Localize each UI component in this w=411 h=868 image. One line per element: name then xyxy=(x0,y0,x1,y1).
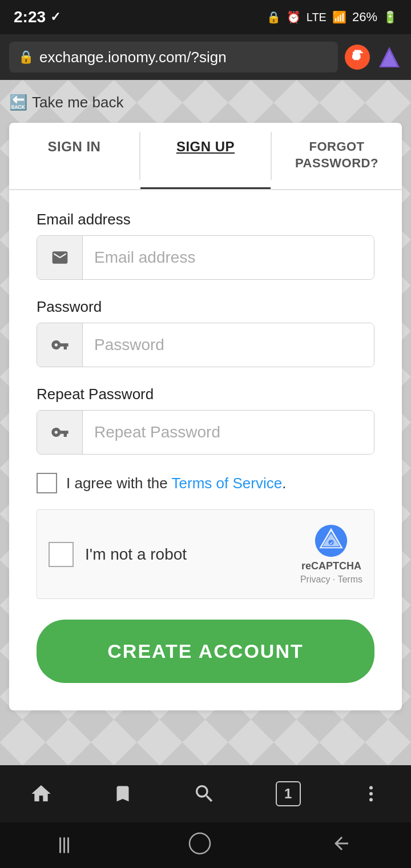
email-icon xyxy=(51,248,69,267)
terms-checkbox[interactable] xyxy=(37,473,57,493)
system-back-arrow-icon xyxy=(331,833,352,854)
email-label: Email address xyxy=(37,211,374,228)
search-nav-button[interactable] xyxy=(193,782,216,805)
battery-icon: 🔋 xyxy=(383,10,397,24)
key-icon xyxy=(51,336,69,354)
sync-icon: ✓ xyxy=(50,10,61,25)
sd-icon: 🔒 xyxy=(267,10,281,24)
system-home-button[interactable] xyxy=(187,831,212,860)
bookmark-nav-button[interactable] xyxy=(112,782,133,805)
recaptcha-right: ✓ reCAPTCHA Privacy · Terms xyxy=(300,524,362,585)
recaptcha-checkbox[interactable] xyxy=(49,542,74,567)
browser-bar: 🔒 exchange.ionomy.com/?sign xyxy=(0,34,411,80)
lock-icon: 🔒 xyxy=(18,50,34,65)
bookmark-nav-icon xyxy=(112,782,133,805)
prism-logo xyxy=(378,46,401,69)
recaptcha-box[interactable]: I'm not a robot ✓ reCAPTCHA Privacy · Te… xyxy=(37,509,374,599)
recaptcha-logo-icon: ✓ xyxy=(314,524,348,558)
tab-forgot[interactable]: FORGOT PASSWORD? xyxy=(272,123,402,189)
lte-icon: LTE xyxy=(307,11,327,24)
repeat-key-icon xyxy=(51,423,69,441)
system-menu-button[interactable] xyxy=(59,837,69,853)
terms-link[interactable]: Terms of Service xyxy=(172,475,283,492)
page-content: 🔙 Take me back SIGN IN SIGN UP FORGOT PA… xyxy=(0,80,411,765)
status-icons: 🔒 ⏰ LTE 📶 26% 🔋 xyxy=(267,10,397,25)
svg-point-6 xyxy=(369,792,373,795)
email-input[interactable] xyxy=(83,236,374,279)
password-input[interactable] xyxy=(83,323,374,367)
home-nav-icon xyxy=(30,782,53,805)
system-back-button[interactable] xyxy=(331,833,352,858)
url-bar[interactable]: 🔒 exchange.ionomy.com/?sign xyxy=(9,42,338,73)
password-input-group xyxy=(37,323,374,367)
recaptcha-policy-links: Privacy · Terms xyxy=(300,574,362,585)
svg-point-7 xyxy=(369,798,373,802)
prism-icon[interactable] xyxy=(377,45,402,70)
tab-signup[interactable]: SIGN UP xyxy=(140,123,271,189)
back-arrow-icon: 🔙 xyxy=(9,94,27,111)
svg-text:✓: ✓ xyxy=(329,541,333,546)
menu-nav-button[interactable] xyxy=(361,782,381,805)
tab-count-button[interactable]: 1 xyxy=(276,781,301,806)
recaptcha-label: I'm not a robot xyxy=(85,545,187,564)
system-nav-bar xyxy=(0,822,411,868)
svg-point-8 xyxy=(190,833,210,854)
signup-form: Email address Password xyxy=(9,190,402,710)
back-link[interactable]: 🔙 Take me back xyxy=(9,94,402,111)
status-bar: 2:23 ✓ 🔒 ⏰ LTE 📶 26% 🔋 xyxy=(0,0,411,34)
recaptcha-left: I'm not a robot xyxy=(49,542,187,567)
repeat-password-icon-box xyxy=(37,411,83,454)
bottom-nav-bar: 1 xyxy=(0,765,411,822)
terms-row: I agree with the Terms of Service. xyxy=(37,473,374,493)
more-menu-icon xyxy=(361,782,381,805)
signal-icon: 📶 xyxy=(332,10,346,24)
url-text: exchange.ionomy.com/?sign xyxy=(39,49,329,66)
recaptcha-brand: reCAPTCHA xyxy=(301,560,361,572)
time-display: 2:23 xyxy=(14,8,46,26)
repeat-password-label: Repeat Password xyxy=(37,385,374,403)
brave-logo xyxy=(349,49,365,65)
home-nav-button[interactable] xyxy=(30,782,53,805)
password-icon-box xyxy=(37,323,83,367)
brave-browser-icon[interactable] xyxy=(345,45,370,70)
auth-card: SIGN IN SIGN UP FORGOT PASSWORD? Email a… xyxy=(9,123,402,710)
svg-point-5 xyxy=(369,786,373,790)
password-label: Password xyxy=(37,298,374,316)
alarm-icon: ⏰ xyxy=(287,10,301,24)
auth-tabs: SIGN IN SIGN UP FORGOT PASSWORD? xyxy=(9,123,402,190)
terms-text: I agree with the Terms of Service. xyxy=(66,475,286,492)
repeat-password-input-group xyxy=(37,410,374,455)
email-input-group xyxy=(37,235,374,280)
tab-signin[interactable]: SIGN IN xyxy=(9,123,139,189)
battery-display: 26% xyxy=(352,10,377,25)
status-time-area: 2:23 ✓ xyxy=(14,8,61,26)
back-link-label: Take me back xyxy=(32,94,123,111)
system-home-circle-icon xyxy=(187,831,212,856)
search-nav-icon xyxy=(193,782,216,805)
repeat-password-input[interactable] xyxy=(83,411,374,454)
create-account-button[interactable]: CREATE ACCOUNT xyxy=(37,620,374,683)
email-icon-box xyxy=(37,236,83,279)
